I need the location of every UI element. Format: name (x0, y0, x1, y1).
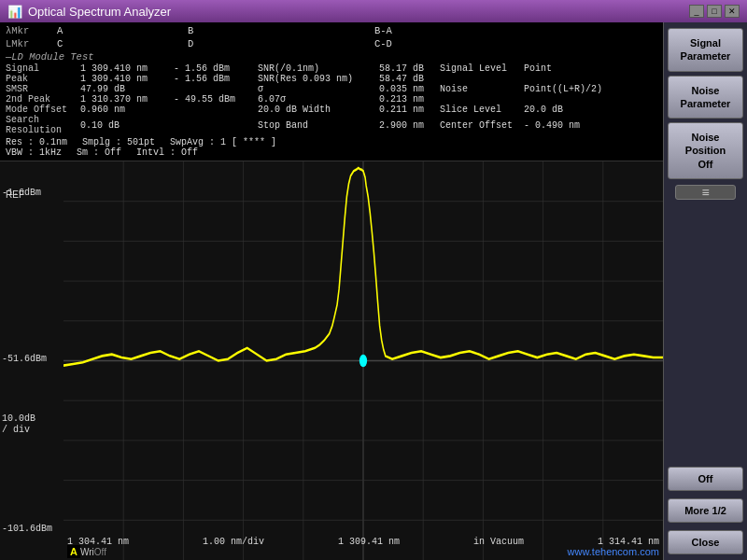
vbw-value: VBW : 1kHz (6, 147, 62, 158)
off-button[interactable]: Off (668, 467, 743, 491)
table-row: Signal 1 309.410 nm - 1.56 dBm SNR(/0.1n… (6, 63, 657, 74)
l-marker-cd-val (468, 38, 657, 49)
wri-label: Wri (80, 547, 94, 557)
wri-indicator: A Wri Off (67, 545, 106, 558)
info-header: λMkr A B B-A LMkr C D C-D —LD Module Tes… (0, 22, 663, 161)
lambda-marker-ba-label: B-A (374, 25, 468, 36)
lambda-marker-a: A (57, 25, 188, 36)
close-button[interactable]: Close (668, 530, 743, 554)
analyzer-panel: λMkr A B B-A LMkr C D C-D —LD Module Tes… (0, 22, 663, 560)
tehencom-label: www.tehencom.com (568, 546, 659, 557)
app-icon: 📊 (7, 5, 22, 19)
chart-ref-label: REF (6, 189, 24, 200)
window-controls[interactable]: _ □ ✕ (689, 5, 740, 18)
ld-module: —LD Module Test Signal 1 309.410 nm - 1.… (6, 51, 657, 135)
marker-row-2: LMkr C D C-D (6, 38, 657, 49)
bottom-bar: A Wri Off www.tehencom.com (63, 545, 663, 558)
l-marker-label: LMkr (6, 38, 57, 49)
ld-module-title: —LD Module Test (6, 51, 657, 63)
lambda-marker-label: λMkr (6, 25, 57, 36)
marker-row-1: λMkr A B B-A (6, 25, 657, 36)
table-row: SMSR 47.99 dB σ 0.035 nm Noise Point((L+… (6, 84, 657, 94)
table-row: Search Resolution 0.10 dB Stop Band 2.90… (6, 115, 657, 135)
spectrum-chart (63, 161, 663, 560)
scroll-icon: ≡ (701, 185, 709, 200)
close-button[interactable]: ✕ (725, 5, 740, 18)
y-label-bot: -101.6dBm (2, 524, 52, 534)
ld-params-table: Signal 1 309.410 nm - 1.56 dBm SNR(/0.1n… (6, 63, 657, 135)
app-title: Optical Spectrum Analyzer (28, 5, 171, 19)
table-row: 2nd Peak 1 310.370 nm - 49.55 dBm 6.07σ … (6, 94, 657, 105)
maximize-button[interactable]: □ (707, 5, 722, 18)
signal-parameter-button[interactable]: Signal Parameter (668, 28, 743, 72)
l-marker-c: C (57, 38, 188, 49)
sm-value: Sm : Off (77, 147, 121, 158)
y-label-mid: -51.6dBm (2, 354, 47, 364)
more-button[interactable]: More 1/2 (668, 498, 743, 523)
sidebar: Signal Parameter Noise Parameter Noise P… (663, 22, 747, 560)
wri-a-label: A (67, 545, 80, 558)
chart-area: -1.6dBm -51.6dBm 10.0dB/ div -101.6dBm N… (0, 161, 663, 560)
sweep-bar: Res : 0.1nm Smplg : 501pt SwpAvg : 1 [ *… (6, 137, 657, 147)
smplg-value: Smplg : 501pt (82, 137, 155, 147)
noise-position-button[interactable]: Noise Position Off (668, 122, 743, 179)
lambda-marker-ba-val (468, 25, 657, 36)
table-row: Peak 1 309.410 nm - 1.56 dBm SNR(Res 0.0… (6, 74, 657, 84)
l-marker-cd-label: C-D (374, 38, 468, 49)
l-marker-d-label: D (188, 38, 374, 49)
center-marker (359, 355, 367, 368)
lambda-marker-b-label: B (188, 25, 374, 36)
noise-parameter-button[interactable]: Noise Parameter (668, 76, 743, 119)
sweep-bar-2: VBW : 1kHz Sm : Off Intvl : Off (6, 147, 657, 158)
intvl-value: Intvl : Off (136, 147, 198, 158)
y-label-div: 10.0dB/ div (2, 413, 35, 436)
wri-off-label: Off (94, 547, 106, 557)
main-area: λMkr A B B-A LMkr C D C-D —LD Module Tes… (0, 22, 747, 560)
table-row: Mode Offset 0.960 nm 20.0 dB Width 0.211… (6, 105, 657, 115)
res-value: Res : 0.1nm (6, 137, 67, 147)
titlebar: 📊 Optical Spectrum Analyzer _ □ ✕ (0, 0, 747, 22)
minimize-button[interactable]: _ (689, 5, 704, 18)
scroll-indicator: ≡ (668, 185, 743, 200)
swpavg-value: SwpAvg : 1 [ **** ] (170, 137, 276, 147)
scroll-handle[interactable]: ≡ (675, 185, 736, 200)
title-left: 📊 Optical Spectrum Analyzer (7, 5, 171, 19)
